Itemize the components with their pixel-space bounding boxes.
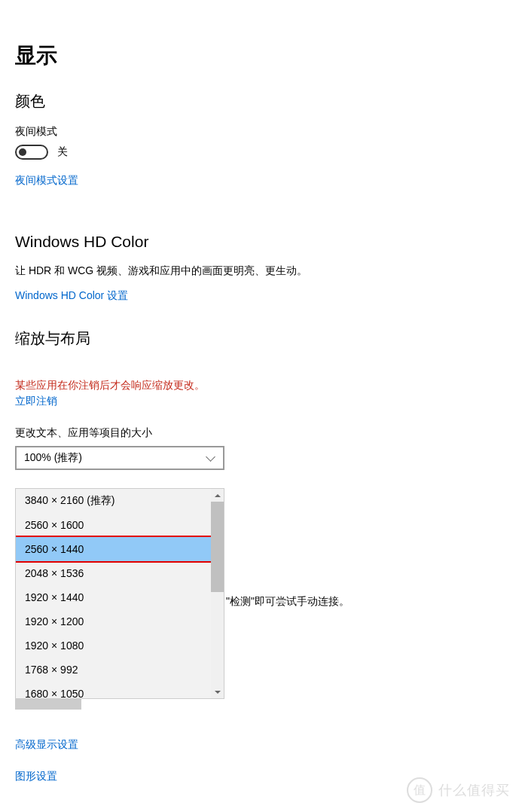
section-title-hdcolor: Windows HD Color [15, 233, 519, 251]
watermark-text: 什么值得买 [438, 781, 510, 799]
hdcolor-settings-link[interactable]: Windows HD Color 设置 [15, 289, 128, 303]
watermark-icon: 值 [407, 777, 432, 803]
night-mode-toggle[interactable] [15, 145, 48, 160]
night-mode-settings-link[interactable]: 夜间模式设置 [15, 174, 78, 188]
resolution-listbox[interactable]: 3840 × 2160 (推荐)2560 × 16002560 × 144020… [15, 488, 224, 699]
scrollbar[interactable] [211, 489, 224, 698]
watermark: 值 什么值得买 [407, 777, 510, 803]
scale-dropdown[interactable]: 100% (推荐) [15, 446, 224, 470]
resolution-option[interactable]: 2560 × 1600 [16, 513, 211, 537]
resolution-option[interactable]: 2048 × 1536 [16, 561, 211, 585]
scroll-thumb[interactable] [211, 502, 224, 592]
page-title: 显示 [15, 41, 519, 70]
night-mode-state: 关 [57, 145, 68, 159]
advanced-display-link[interactable]: 高级显示设置 [15, 738, 519, 752]
resolution-option[interactable]: 1920 × 1440 [16, 585, 211, 609]
resolution-option[interactable]: 1920 × 1200 [16, 609, 211, 633]
scale-label: 更改文本、应用等项目的大小 [15, 426, 519, 440]
section-title-scale: 缩放与布局 [15, 328, 519, 349]
resolution-option[interactable]: 1920 × 1080 [16, 633, 211, 658]
resolution-option[interactable]: 2560 × 1440 [16, 537, 211, 561]
resolution-option[interactable]: 3840 × 2160 (推荐) [16, 489, 211, 513]
hdcolor-description: 让 HDR 和 WCG 视频、游戏和应用中的画面更明亮、更生动。 [15, 264, 519, 278]
chevron-down-icon [206, 456, 215, 461]
scroll-up-button[interactable] [211, 489, 224, 502]
highlight-annotation [16, 536, 211, 563]
scale-dropdown-value: 100% (推荐) [24, 451, 82, 465]
toggle-knob [19, 148, 26, 156]
scale-warning: 某些应用在你注销后才会响应缩放更改。 [15, 379, 519, 392]
detect-hint-text: "检测"即可尝试手动连接。 [226, 595, 350, 609]
night-mode-label: 夜间模式 [15, 125, 519, 139]
obscured-control [15, 699, 81, 710]
section-title-color: 颜色 [15, 91, 519, 111]
arrow-down-icon [215, 691, 221, 694]
scroll-track[interactable] [211, 502, 224, 685]
resolution-option[interactable]: 1768 × 992 [16, 658, 211, 682]
resolution-option[interactable]: 1680 × 1050 [16, 682, 211, 698]
arrow-up-icon [215, 494, 221, 497]
scroll-down-button[interactable] [211, 685, 224, 698]
signout-link[interactable]: 立即注销 [15, 395, 57, 408]
